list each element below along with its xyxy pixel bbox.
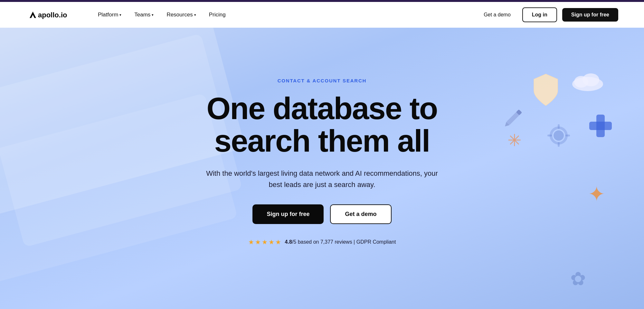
hero-title: One database to search them all bbox=[206, 92, 438, 157]
login-button[interactable]: Log in bbox=[522, 7, 557, 22]
star-rating: ★ ★ ★ ★ ★ bbox=[248, 238, 281, 246]
svg-point-1 bbox=[572, 77, 603, 91]
nav-right: Get a demo Log in Sign up for free bbox=[477, 7, 618, 22]
hero-signup-button[interactable]: Sign up for free bbox=[252, 204, 324, 224]
star-3: ★ bbox=[262, 238, 268, 246]
star-1: ★ bbox=[248, 238, 254, 246]
svg-rect-14 bbox=[589, 122, 612, 130]
logo[interactable]: apollo.io bbox=[26, 8, 77, 21]
bg-panel-3 bbox=[0, 93, 238, 284]
svg-rect-10 bbox=[558, 142, 560, 147]
svg-rect-6 bbox=[516, 109, 522, 115]
svg-point-8 bbox=[551, 128, 566, 143]
nav-teams[interactable]: Teams ▾ bbox=[129, 9, 159, 21]
svg-point-7 bbox=[554, 130, 564, 141]
svg-point-2 bbox=[574, 76, 588, 88]
hero-eyebrow: CONTACT & ACCOUNT SEARCH bbox=[206, 78, 438, 83]
svg-marker-5 bbox=[503, 122, 509, 128]
rating-text: 4.8/5 based on 7,377 reviews | GDPR Comp… bbox=[285, 239, 396, 245]
nav-pricing[interactable]: Pricing bbox=[204, 9, 231, 21]
nav-platform[interactable]: Platform ▾ bbox=[93, 9, 127, 21]
hero-demo-button[interactable]: Get a demo bbox=[330, 204, 391, 224]
signup-button[interactable]: Sign up for free bbox=[562, 8, 618, 22]
svg-text:apollo.io: apollo.io bbox=[38, 11, 67, 19]
svg-rect-13 bbox=[596, 115, 605, 137]
plus-icon bbox=[589, 115, 612, 137]
chevron-down-icon: ▾ bbox=[194, 13, 196, 17]
hero-buttons: Sign up for free Get a demo bbox=[206, 204, 438, 224]
svg-rect-9 bbox=[558, 124, 560, 129]
hero-content: CONTACT & ACCOUNT SEARCH One database to… bbox=[206, 78, 438, 246]
svg-point-3 bbox=[582, 73, 599, 86]
snowflake-icon: ✳ bbox=[507, 131, 522, 150]
sparkle-icon: ✦ bbox=[588, 182, 605, 206]
hero-section: ✳ ✦ ✿ CONTACT & ACCOUNT SEARCH One datab… bbox=[0, 28, 644, 309]
shield-icon bbox=[531, 73, 560, 107]
get-demo-button[interactable]: Get a demo bbox=[477, 9, 517, 21]
chevron-down-icon: ▾ bbox=[152, 13, 154, 17]
star-2: ★ bbox=[255, 238, 261, 246]
hero-social-proof: ★ ★ ★ ★ ★ 4.8/5 based on 7,377 reviews |… bbox=[206, 238, 438, 246]
navbar: apollo.io Platform ▾ Teams ▾ Resources ▾… bbox=[0, 2, 644, 28]
chevron-down-icon: ▾ bbox=[119, 13, 121, 17]
svg-rect-4 bbox=[506, 109, 522, 125]
star-4: ★ bbox=[269, 238, 274, 246]
flower-icon: ✿ bbox=[570, 268, 586, 290]
pencil-icon bbox=[501, 105, 526, 130]
nav-resources[interactable]: Resources ▾ bbox=[161, 9, 201, 21]
sprocket-icon bbox=[544, 121, 573, 150]
hero-subtitle: With the world's largest living data net… bbox=[206, 168, 438, 190]
svg-rect-12 bbox=[565, 135, 570, 136]
svg-rect-11 bbox=[547, 135, 552, 136]
cloud-icon bbox=[570, 70, 605, 92]
nav-links: Platform ▾ Teams ▾ Resources ▾ Pricing bbox=[93, 9, 477, 21]
star-5: ★ bbox=[275, 238, 281, 246]
